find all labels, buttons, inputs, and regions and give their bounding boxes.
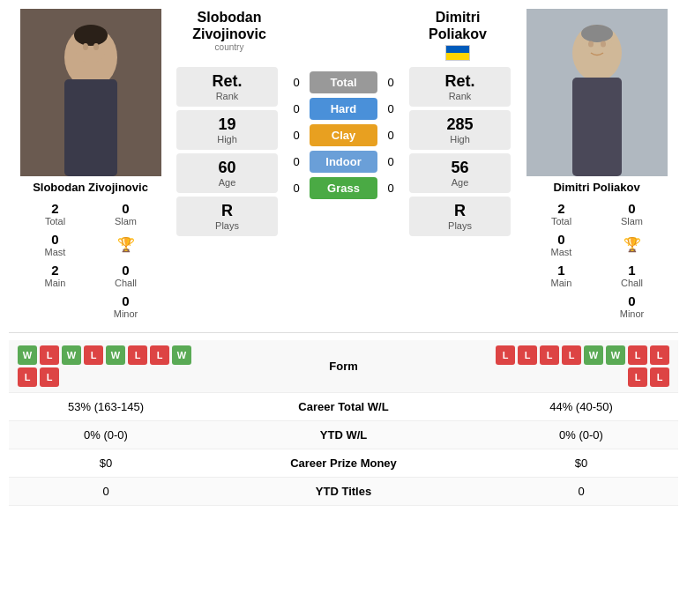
left-age-val: 60 [185, 159, 269, 177]
indoor-right-val: 0 [377, 155, 404, 168]
ytd-wl-left: 0% (0-0) [18, 428, 194, 442]
ytd-wl-right: 0% (0-0) [493, 428, 669, 442]
left-form-badge-2: W [62, 345, 81, 365]
right-form-badge-0: L [496, 345, 515, 365]
player-right-card: Dimitri Poliakov 2 Total 0 Slam 0 Mast 🏆 [515, 9, 678, 322]
surface-rows: 0 Total 0 0 Hard 0 0 Clay 0 [283, 67, 404, 204]
svg-point-13 [601, 41, 606, 48]
right-high-val: 285 [418, 115, 502, 134]
player-left-photo [20, 9, 161, 176]
career-total-left: 53% (163-145) [18, 400, 194, 413]
left-form-badge-4: W [106, 345, 125, 365]
grass-btn[interactable]: Grass [310, 177, 377, 199]
left-rank-label: Rank [185, 91, 269, 101]
right-minor: 0 Minor [597, 291, 668, 322]
surface-row-indoor: 0 Indoor 0 [283, 151, 404, 173]
trophy-icon-left: 🏆 [117, 236, 135, 253]
left-minor-label: Minor [91, 308, 161, 319]
left-age-box: 60 Age [176, 153, 278, 193]
left-form-badge-6: L [150, 345, 169, 365]
left-slam-label: Slam [91, 216, 161, 226]
left-high-val: 19 [185, 115, 269, 134]
trophy-icon-right: 🏆 [624, 236, 641, 253]
ytd-titles-label: YTD Titles [194, 485, 493, 498]
clay-left-val: 0 [283, 129, 310, 142]
left-form-badge-1: L [40, 345, 59, 365]
left-total-val: 2 [20, 201, 91, 216]
right-plays-label: Plays [418, 220, 502, 231]
right-plays-val: R [418, 202, 502, 220]
right-main-val: 1 [526, 263, 597, 278]
left-plays-box: R Plays [176, 197, 278, 236]
svg-rect-3 [64, 79, 117, 176]
left-inner-stats: Ret. Rank 19 High 60 Age R Plays [176, 67, 278, 236]
form-right-badges: L L L L W W L L L L [493, 345, 669, 387]
ytd-titles-row: 0 YTD Titles 0 [9, 478, 678, 506]
ukraine-flag-icon [445, 45, 470, 61]
surface-row-clay: 0 Clay 0 [283, 124, 404, 146]
right-mast: 0 Mast [526, 229, 597, 260]
grass-right-val: 0 [377, 182, 404, 195]
left-form-badge-9: L [40, 367, 59, 387]
right-trophy: 🏆 [597, 229, 668, 260]
right-age-label: Age [418, 177, 502, 188]
total-btn: Total [310, 71, 377, 93]
hard-left-val: 0 [283, 102, 310, 115]
left-slam: 0 Slam [91, 198, 161, 229]
right-mast-val: 0 [526, 232, 597, 247]
left-mast: 0 Mast [20, 229, 91, 260]
player-right-name: Dimitri Poliakov [526, 181, 668, 194]
right-ret-val: Ret. [418, 72, 502, 91]
right-slam-val: 0 [597, 201, 668, 216]
left-ret-box: Ret. Rank [176, 67, 278, 107]
middle-panel: SlobodanZivojinovic country DimitriPolia… [172, 9, 515, 322]
surface-row-total: 0 Total 0 [283, 71, 404, 93]
right-form-badge-5: W [606, 345, 625, 365]
left-slam-val: 0 [91, 201, 161, 216]
top-section: Slobodan Zivojinovic 2 Total 0 Slam 0 Ma… [9, 9, 678, 322]
svg-point-12 [588, 41, 594, 48]
left-form-badge-5: L [128, 345, 147, 365]
left-high-label: High [185, 134, 269, 145]
right-main-label: Main [526, 278, 597, 288]
left-age-label: Age [185, 177, 269, 188]
svg-point-4 [74, 25, 108, 46]
right-form-badge-3: L [562, 345, 581, 365]
svg-point-5 [83, 43, 88, 50]
right-form-badge-6: L [628, 345, 647, 365]
form-left-badges: W L W L W L L W L L [18, 345, 194, 387]
right-inner-stats: Ret. Rank 285 High 56 Age R Plays [409, 67, 511, 236]
left-mast-label: Mast [20, 247, 91, 257]
left-total: 2 Total [20, 198, 91, 229]
right-age-val: 56 [418, 159, 502, 177]
right-form-badge-1: L [518, 345, 537, 365]
right-form-badges: L L L L W W L L L L [493, 345, 669, 387]
right-flag [405, 45, 511, 61]
left-minor-val: 0 [91, 293, 161, 308]
right-form-badge-4: W [584, 345, 603, 365]
left-chall-label: Chall [91, 278, 161, 288]
right-rank-label: Rank [418, 91, 502, 101]
left-form-badge-0: W [18, 345, 37, 365]
ytd-titles-left: 0 [18, 485, 194, 498]
right-minor-val: 0 [597, 293, 668, 308]
clay-btn[interactable]: Clay [310, 124, 377, 146]
right-high-box: 285 High [409, 110, 511, 150]
career-total-row: 53% (163-145) Career Total W/L 44% (40-5… [9, 393, 678, 421]
indoor-btn[interactable]: Indoor [310, 151, 377, 173]
right-player-name-top: DimitriPoliakov [405, 9, 511, 42]
ytd-titles-right: 0 [493, 485, 669, 498]
player-right-photo [526, 9, 668, 176]
left-country-label: country [176, 42, 282, 52]
left-main-val: 2 [20, 263, 91, 278]
surface-row-grass: 0 Grass 0 [283, 177, 404, 199]
right-slam-label: Slam [597, 216, 668, 226]
left-mast-val: 0 [20, 232, 91, 247]
total-right-val: 0 [377, 76, 404, 89]
main-container: Slobodan Zivojinovic 2 Total 0 Slam 0 Ma… [0, 0, 687, 515]
right-plays-box: R Plays [409, 197, 511, 236]
left-form-badge-7: W [172, 345, 191, 365]
career-prize-row: $0 Career Prize Money $0 [9, 449, 678, 478]
hard-btn[interactable]: Hard [310, 98, 377, 120]
total-left-val: 0 [283, 76, 310, 89]
